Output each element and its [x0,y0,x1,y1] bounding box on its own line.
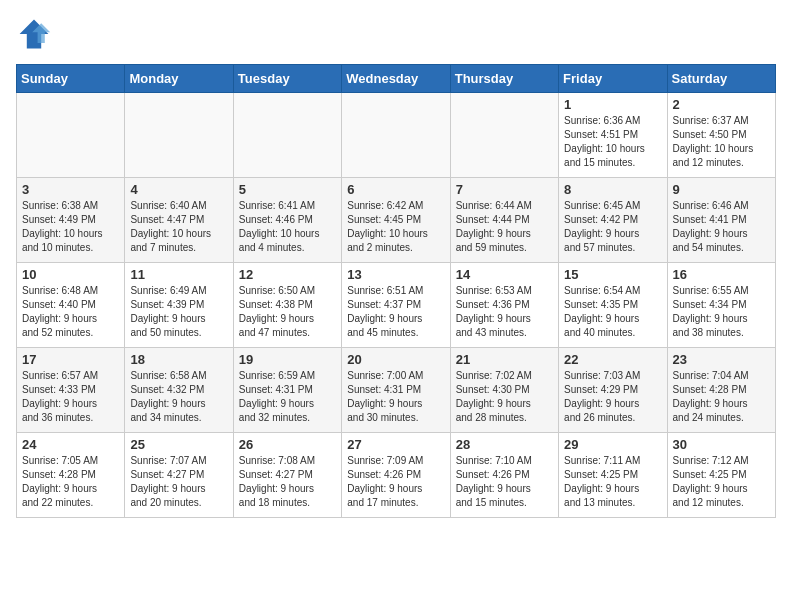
calendar-cell: 10Sunrise: 6:48 AM Sunset: 4:40 PM Dayli… [17,263,125,348]
calendar-cell [17,93,125,178]
day-info: Sunrise: 6:54 AM Sunset: 4:35 PM Dayligh… [564,284,661,340]
day-number: 6 [347,182,444,197]
calendar-cell: 1Sunrise: 6:36 AM Sunset: 4:51 PM Daylig… [559,93,667,178]
day-number: 11 [130,267,227,282]
calendar-week-row: 1Sunrise: 6:36 AM Sunset: 4:51 PM Daylig… [17,93,776,178]
calendar-cell: 3Sunrise: 6:38 AM Sunset: 4:49 PM Daylig… [17,178,125,263]
day-number: 3 [22,182,119,197]
day-info: Sunrise: 6:36 AM Sunset: 4:51 PM Dayligh… [564,114,661,170]
day-info: Sunrise: 6:40 AM Sunset: 4:47 PM Dayligh… [130,199,227,255]
calendar-cell: 6Sunrise: 6:42 AM Sunset: 4:45 PM Daylig… [342,178,450,263]
day-number: 17 [22,352,119,367]
day-info: Sunrise: 6:44 AM Sunset: 4:44 PM Dayligh… [456,199,553,255]
day-info: Sunrise: 7:02 AM Sunset: 4:30 PM Dayligh… [456,369,553,425]
day-number: 2 [673,97,770,112]
day-number: 1 [564,97,661,112]
calendar-cell: 26Sunrise: 7:08 AM Sunset: 4:27 PM Dayli… [233,433,341,518]
calendar-cell: 24Sunrise: 7:05 AM Sunset: 4:28 PM Dayli… [17,433,125,518]
calendar-cell [125,93,233,178]
calendar-cell: 22Sunrise: 7:03 AM Sunset: 4:29 PM Dayli… [559,348,667,433]
day-number: 7 [456,182,553,197]
calendar-cell: 17Sunrise: 6:57 AM Sunset: 4:33 PM Dayli… [17,348,125,433]
day-number: 14 [456,267,553,282]
calendar-cell: 14Sunrise: 6:53 AM Sunset: 4:36 PM Dayli… [450,263,558,348]
calendar-cell: 7Sunrise: 6:44 AM Sunset: 4:44 PM Daylig… [450,178,558,263]
calendar-cell [450,93,558,178]
day-info: Sunrise: 6:51 AM Sunset: 4:37 PM Dayligh… [347,284,444,340]
day-info: Sunrise: 6:38 AM Sunset: 4:49 PM Dayligh… [22,199,119,255]
calendar-cell: 15Sunrise: 6:54 AM Sunset: 4:35 PM Dayli… [559,263,667,348]
calendar-cell: 30Sunrise: 7:12 AM Sunset: 4:25 PM Dayli… [667,433,775,518]
calendar-cell: 16Sunrise: 6:55 AM Sunset: 4:34 PM Dayli… [667,263,775,348]
day-number: 29 [564,437,661,452]
day-number: 26 [239,437,336,452]
calendar-cell: 20Sunrise: 7:00 AM Sunset: 4:31 PM Dayli… [342,348,450,433]
day-number: 23 [673,352,770,367]
day-number: 16 [673,267,770,282]
day-info: Sunrise: 6:58 AM Sunset: 4:32 PM Dayligh… [130,369,227,425]
calendar-cell: 11Sunrise: 6:49 AM Sunset: 4:39 PM Dayli… [125,263,233,348]
day-info: Sunrise: 6:53 AM Sunset: 4:36 PM Dayligh… [456,284,553,340]
weekday-header: Friday [559,65,667,93]
day-info: Sunrise: 6:55 AM Sunset: 4:34 PM Dayligh… [673,284,770,340]
weekday-header: Sunday [17,65,125,93]
day-number: 27 [347,437,444,452]
calendar-cell: 21Sunrise: 7:02 AM Sunset: 4:30 PM Dayli… [450,348,558,433]
day-number: 22 [564,352,661,367]
day-number: 25 [130,437,227,452]
weekday-header: Thursday [450,65,558,93]
day-number: 20 [347,352,444,367]
day-info: Sunrise: 7:08 AM Sunset: 4:27 PM Dayligh… [239,454,336,510]
weekday-header: Monday [125,65,233,93]
calendar-cell: 28Sunrise: 7:10 AM Sunset: 4:26 PM Dayli… [450,433,558,518]
day-info: Sunrise: 7:04 AM Sunset: 4:28 PM Dayligh… [673,369,770,425]
day-info: Sunrise: 6:41 AM Sunset: 4:46 PM Dayligh… [239,199,336,255]
header [16,16,776,52]
calendar-cell [233,93,341,178]
day-number: 28 [456,437,553,452]
day-number: 12 [239,267,336,282]
day-number: 18 [130,352,227,367]
calendar-week-row: 10Sunrise: 6:48 AM Sunset: 4:40 PM Dayli… [17,263,776,348]
day-info: Sunrise: 6:59 AM Sunset: 4:31 PM Dayligh… [239,369,336,425]
day-info: Sunrise: 7:05 AM Sunset: 4:28 PM Dayligh… [22,454,119,510]
calendar-cell: 29Sunrise: 7:11 AM Sunset: 4:25 PM Dayli… [559,433,667,518]
calendar-cell: 5Sunrise: 6:41 AM Sunset: 4:46 PM Daylig… [233,178,341,263]
day-info: Sunrise: 7:10 AM Sunset: 4:26 PM Dayligh… [456,454,553,510]
day-number: 8 [564,182,661,197]
day-info: Sunrise: 7:11 AM Sunset: 4:25 PM Dayligh… [564,454,661,510]
calendar-cell: 9Sunrise: 6:46 AM Sunset: 4:41 PM Daylig… [667,178,775,263]
day-number: 5 [239,182,336,197]
day-info: Sunrise: 7:09 AM Sunset: 4:26 PM Dayligh… [347,454,444,510]
day-info: Sunrise: 7:00 AM Sunset: 4:31 PM Dayligh… [347,369,444,425]
calendar-cell: 19Sunrise: 6:59 AM Sunset: 4:31 PM Dayli… [233,348,341,433]
day-info: Sunrise: 6:57 AM Sunset: 4:33 PM Dayligh… [22,369,119,425]
day-info: Sunrise: 7:12 AM Sunset: 4:25 PM Dayligh… [673,454,770,510]
day-info: Sunrise: 6:45 AM Sunset: 4:42 PM Dayligh… [564,199,661,255]
calendar-cell: 27Sunrise: 7:09 AM Sunset: 4:26 PM Dayli… [342,433,450,518]
day-info: Sunrise: 6:46 AM Sunset: 4:41 PM Dayligh… [673,199,770,255]
weekday-header: Wednesday [342,65,450,93]
calendar-cell: 13Sunrise: 6:51 AM Sunset: 4:37 PM Dayli… [342,263,450,348]
day-number: 24 [22,437,119,452]
calendar-cell: 25Sunrise: 7:07 AM Sunset: 4:27 PM Dayli… [125,433,233,518]
day-info: Sunrise: 6:42 AM Sunset: 4:45 PM Dayligh… [347,199,444,255]
day-number: 19 [239,352,336,367]
calendar-week-row: 17Sunrise: 6:57 AM Sunset: 4:33 PM Dayli… [17,348,776,433]
day-number: 10 [22,267,119,282]
calendar-week-row: 3Sunrise: 6:38 AM Sunset: 4:49 PM Daylig… [17,178,776,263]
day-number: 4 [130,182,227,197]
logo-icon [16,16,52,52]
day-info: Sunrise: 6:48 AM Sunset: 4:40 PM Dayligh… [22,284,119,340]
weekday-header: Saturday [667,65,775,93]
day-number: 30 [673,437,770,452]
day-info: Sunrise: 6:37 AM Sunset: 4:50 PM Dayligh… [673,114,770,170]
day-info: Sunrise: 6:49 AM Sunset: 4:39 PM Dayligh… [130,284,227,340]
calendar-cell: 2Sunrise: 6:37 AM Sunset: 4:50 PM Daylig… [667,93,775,178]
day-number: 15 [564,267,661,282]
calendar-cell: 12Sunrise: 6:50 AM Sunset: 4:38 PM Dayli… [233,263,341,348]
calendar-cell: 4Sunrise: 6:40 AM Sunset: 4:47 PM Daylig… [125,178,233,263]
calendar-cell: 18Sunrise: 6:58 AM Sunset: 4:32 PM Dayli… [125,348,233,433]
calendar-cell: 23Sunrise: 7:04 AM Sunset: 4:28 PM Dayli… [667,348,775,433]
calendar-cell: 8Sunrise: 6:45 AM Sunset: 4:42 PM Daylig… [559,178,667,263]
